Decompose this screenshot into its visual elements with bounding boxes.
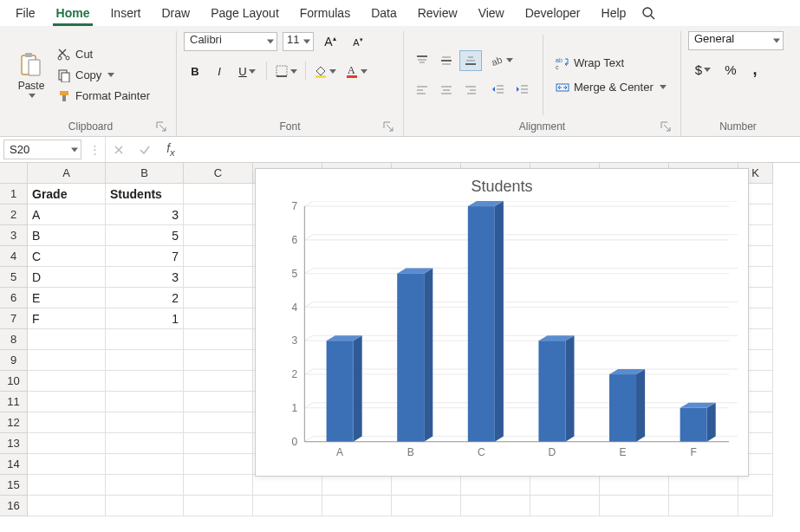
cell[interactable] (28, 433, 106, 454)
menu-formulas[interactable]: Formulas (289, 3, 361, 23)
cell[interactable] (106, 454, 184, 475)
align-top-button[interactable] (411, 50, 433, 71)
font-size-combo[interactable]: 11 (283, 32, 314, 51)
row-header[interactable]: 12 (0, 412, 28, 433)
cell[interactable] (184, 308, 253, 329)
menu-developer[interactable]: Developer (515, 3, 591, 23)
formula-bar-resize-icon[interactable]: ⋮ (85, 137, 106, 162)
search-icon[interactable] (641, 6, 655, 20)
menu-home[interactable]: Home (46, 3, 101, 23)
menu-review[interactable]: Review (407, 3, 468, 23)
cell[interactable]: Grade (28, 184, 106, 204)
bold-button[interactable]: B (184, 61, 206, 81)
cell[interactable] (106, 412, 184, 433)
align-left-button[interactable] (411, 80, 433, 101)
name-box[interactable]: S20 (3, 139, 81, 159)
column-header[interactable]: C (184, 163, 253, 184)
cell[interactable] (184, 204, 253, 225)
percent-format-button[interactable]: % (719, 59, 742, 80)
row-header[interactable]: 5 (0, 267, 28, 288)
menu-insert[interactable]: Insert (100, 3, 151, 23)
copy-button[interactable]: Copy (54, 67, 153, 84)
accounting-format-button[interactable]: $ (688, 59, 718, 80)
row-header[interactable]: 14 (0, 454, 28, 475)
fill-color-button[interactable] (310, 61, 340, 81)
cell[interactable] (184, 371, 253, 392)
cell[interactable] (184, 454, 253, 475)
row-header[interactable]: 11 (0, 392, 28, 412)
cell[interactable] (28, 454, 106, 475)
cell[interactable] (28, 371, 106, 392)
format-painter-button[interactable]: Format Painter (54, 88, 153, 105)
cell[interactable]: F (28, 308, 106, 329)
cell[interactable] (28, 392, 106, 412)
cell[interactable] (28, 350, 106, 371)
cell[interactable]: 5 (106, 225, 184, 246)
borders-button[interactable] (271, 61, 301, 81)
cell[interactable] (106, 475, 184, 496)
cell[interactable]: 3 (106, 267, 184, 288)
increase-font-size-button[interactable]: A▴ (319, 31, 341, 52)
font-name-combo[interactable]: Calibri (184, 32, 277, 51)
menu-page-layout[interactable]: Page Layout (200, 3, 289, 23)
cell[interactable] (461, 475, 530, 496)
comma-format-button[interactable]: , (744, 59, 766, 80)
cell[interactable] (106, 371, 184, 392)
cell[interactable] (184, 184, 253, 204)
cell[interactable] (106, 433, 184, 454)
cell[interactable]: A (28, 204, 106, 225)
cell[interactable] (184, 496, 253, 516)
dialog-launcher-icon[interactable] (660, 120, 672, 133)
column-header[interactable]: A (28, 163, 106, 184)
cell[interactable] (184, 329, 253, 350)
cell[interactable] (106, 392, 184, 412)
row-header[interactable]: 6 (0, 288, 28, 308)
align-bottom-button[interactable] (459, 50, 482, 71)
chart-object[interactable]: Students 01234567ABCDEF (255, 168, 749, 477)
cell[interactable]: 2 (106, 288, 184, 308)
cell[interactable]: B (28, 225, 106, 246)
cell[interactable] (28, 496, 106, 516)
cell[interactable] (322, 475, 392, 496)
cell[interactable] (322, 496, 392, 516)
enter-formula-button[interactable] (132, 137, 158, 162)
cell[interactable]: 3 (106, 204, 184, 225)
row-header[interactable]: 2 (0, 204, 28, 225)
row-header[interactable]: 7 (0, 308, 28, 329)
align-right-button[interactable] (459, 80, 482, 101)
cell[interactable]: Students (106, 184, 184, 204)
cell[interactable] (184, 288, 253, 308)
cell[interactable] (184, 412, 253, 433)
row-header[interactable]: 9 (0, 350, 28, 371)
row-header[interactable]: 1 (0, 184, 28, 204)
italic-button[interactable]: I (208, 61, 231, 81)
cell[interactable] (184, 225, 253, 246)
select-all-corner[interactable] (0, 163, 28, 184)
cell[interactable]: D (28, 267, 106, 288)
cell[interactable] (669, 475, 738, 496)
cut-button[interactable]: Cut (54, 46, 153, 63)
menu-draw[interactable]: Draw (151, 3, 200, 23)
cell[interactable] (184, 246, 253, 267)
cancel-formula-button[interactable] (106, 137, 132, 162)
cell[interactable] (28, 329, 106, 350)
cell[interactable] (184, 433, 253, 454)
align-middle-button[interactable] (435, 50, 458, 71)
cell[interactable] (106, 329, 184, 350)
formula-input[interactable] (184, 139, 797, 159)
row-header[interactable]: 4 (0, 246, 28, 267)
cell[interactable] (600, 475, 669, 496)
decrease-font-size-button[interactable]: A▾ (347, 31, 369, 52)
cell[interactable] (106, 496, 184, 516)
merge-center-button[interactable]: Merge & Center (552, 79, 670, 96)
decrease-indent-button[interactable] (487, 80, 510, 101)
row-header[interactable]: 8 (0, 329, 28, 350)
cell[interactable] (530, 496, 600, 516)
align-center-button[interactable] (435, 80, 458, 101)
row-header[interactable]: 15 (0, 475, 28, 496)
row-header[interactable]: 16 (0, 496, 28, 516)
cell[interactable]: 1 (106, 308, 184, 329)
cell[interactable] (530, 475, 600, 496)
cell[interactable]: C (28, 246, 106, 267)
cell[interactable] (184, 267, 253, 288)
